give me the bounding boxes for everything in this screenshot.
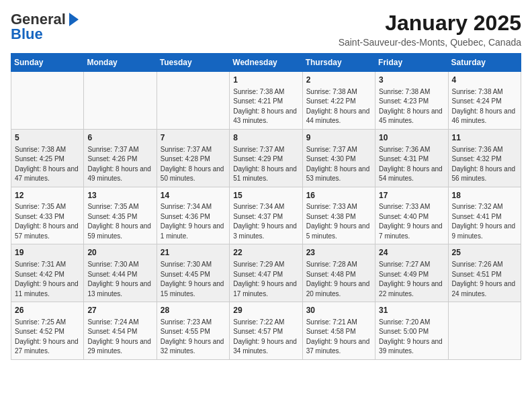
day-info: Sunrise: 7:29 AM Sunset: 4:47 PM Dayligh… — [233, 260, 298, 299]
title-area: January 2025 Saint-Sauveur-des-Monts, Qu… — [339, 11, 521, 48]
day-info: Sunrise: 7:33 AM Sunset: 4:40 PM Dayligh… — [379, 202, 444, 241]
day-of-week-header: Wednesday — [230, 54, 302, 72]
calendar-cell: 8Sunrise: 7:37 AM Sunset: 4:29 PM Daylig… — [230, 129, 302, 187]
day-number: 18 — [452, 190, 517, 201]
calendar-cell — [84, 72, 157, 130]
day-info: Sunrise: 7:22 AM Sunset: 4:57 PM Dayligh… — [233, 318, 298, 357]
day-info: Sunrise: 7:34 AM Sunset: 4:36 PM Dayligh… — [161, 202, 226, 241]
calendar-cell: 27Sunrise: 7:24 AM Sunset: 4:54 PM Dayli… — [84, 302, 157, 360]
day-info: Sunrise: 7:30 AM Sunset: 4:44 PM Dayligh… — [87, 260, 152, 299]
day-info: Sunrise: 7:36 AM Sunset: 4:31 PM Dayligh… — [379, 145, 444, 184]
calendar-cell: 23Sunrise: 7:28 AM Sunset: 4:48 PM Dayli… — [302, 244, 375, 302]
day-number: 4 — [452, 75, 517, 86]
day-number: 24 — [379, 247, 444, 259]
day-info: Sunrise: 7:38 AM Sunset: 4:24 PM Dayligh… — [452, 87, 517, 126]
day-info: Sunrise: 7:38 AM Sunset: 4:21 PM Dayligh… — [233, 87, 298, 126]
calendar-cell: 7Sunrise: 7:37 AM Sunset: 4:28 PM Daylig… — [157, 129, 229, 187]
calendar-cell — [157, 72, 229, 130]
day-info: Sunrise: 7:27 AM Sunset: 4:49 PM Dayligh… — [379, 260, 444, 299]
day-number: 29 — [233, 305, 298, 316]
day-info: Sunrise: 7:21 AM Sunset: 4:58 PM Dayligh… — [306, 318, 371, 357]
calendar-cell: 3Sunrise: 7:38 AM Sunset: 4:23 PM Daylig… — [375, 72, 448, 130]
day-number: 17 — [379, 190, 444, 201]
day-info: Sunrise: 7:32 AM Sunset: 4:41 PM Dayligh… — [452, 202, 517, 241]
day-number: 2 — [306, 75, 371, 86]
logo: General Blue — [11, 11, 81, 43]
day-info: Sunrise: 7:31 AM Sunset: 4:42 PM Dayligh… — [15, 260, 80, 299]
calendar-cell: 29Sunrise: 7:22 AM Sunset: 4:57 PM Dayli… — [230, 302, 302, 360]
calendar-cell: 12Sunrise: 7:35 AM Sunset: 4:33 PM Dayli… — [11, 187, 84, 244]
day-info: Sunrise: 7:33 AM Sunset: 4:38 PM Dayligh… — [306, 202, 371, 241]
day-number: 11 — [452, 132, 517, 144]
day-of-week-header: Thursday — [302, 54, 375, 72]
calendar-week-row: 1Sunrise: 7:38 AM Sunset: 4:21 PM Daylig… — [11, 72, 521, 130]
calendar-table: SundayMondayTuesdayWednesdayThursdayFrid… — [11, 53, 521, 360]
calendar-cell: 17Sunrise: 7:33 AM Sunset: 4:40 PM Dayli… — [375, 187, 448, 244]
day-number: 19 — [15, 247, 80, 259]
day-number: 6 — [87, 132, 152, 144]
day-number: 14 — [161, 190, 226, 201]
day-number: 8 — [233, 132, 298, 144]
page-header: General Blue January 2025 Saint-Sauveur-… — [11, 11, 521, 48]
day-info: Sunrise: 7:38 AM Sunset: 4:22 PM Dayligh… — [306, 87, 371, 126]
calendar-cell: 6Sunrise: 7:37 AM Sunset: 4:26 PM Daylig… — [84, 129, 157, 187]
calendar-cell — [448, 302, 521, 360]
day-info: Sunrise: 7:34 AM Sunset: 4:37 PM Dayligh… — [233, 202, 298, 241]
day-info: Sunrise: 7:37 AM Sunset: 4:26 PM Dayligh… — [87, 145, 152, 184]
calendar-cell: 4Sunrise: 7:38 AM Sunset: 4:24 PM Daylig… — [448, 72, 521, 130]
calendar-cell: 31Sunrise: 7:20 AM Sunset: 5:00 PM Dayli… — [375, 302, 448, 360]
calendar-cell: 1Sunrise: 7:38 AM Sunset: 4:21 PM Daylig… — [230, 72, 302, 130]
calendar-cell: 26Sunrise: 7:25 AM Sunset: 4:52 PM Dayli… — [11, 302, 84, 360]
day-number: 13 — [87, 190, 152, 201]
calendar-cell — [11, 72, 84, 130]
day-number: 31 — [379, 305, 444, 316]
calendar-cell: 5Sunrise: 7:38 AM Sunset: 4:25 PM Daylig… — [11, 129, 84, 187]
day-of-week-header: Sunday — [11, 54, 84, 72]
day-number: 25 — [452, 247, 517, 259]
calendar-cell: 11Sunrise: 7:36 AM Sunset: 4:32 PM Dayli… — [448, 129, 521, 187]
day-of-week-header: Tuesday — [157, 54, 229, 72]
day-info: Sunrise: 7:35 AM Sunset: 4:35 PM Dayligh… — [87, 202, 152, 241]
calendar-cell: 18Sunrise: 7:32 AM Sunset: 4:41 PM Dayli… — [448, 187, 521, 244]
day-number: 30 — [306, 305, 371, 316]
day-info: Sunrise: 7:24 AM Sunset: 4:54 PM Dayligh… — [87, 318, 152, 357]
calendar-header-row: SundayMondayTuesdayWednesdayThursdayFrid… — [11, 54, 521, 72]
day-info: Sunrise: 7:28 AM Sunset: 4:48 PM Dayligh… — [306, 260, 371, 299]
day-of-week-header: Monday — [84, 54, 157, 72]
calendar-cell: 24Sunrise: 7:27 AM Sunset: 4:49 PM Dayli… — [375, 244, 448, 302]
logo-triangle-icon — [69, 13, 79, 26]
day-number: 23 — [306, 247, 371, 259]
day-number: 26 — [15, 305, 80, 316]
day-number: 22 — [233, 247, 298, 259]
calendar-cell: 30Sunrise: 7:21 AM Sunset: 4:58 PM Dayli… — [302, 302, 375, 360]
month-title: January 2025 — [339, 11, 521, 36]
day-info: Sunrise: 7:37 AM Sunset: 4:30 PM Dayligh… — [306, 145, 371, 184]
calendar-cell: 9Sunrise: 7:37 AM Sunset: 4:30 PM Daylig… — [302, 129, 375, 187]
calendar-cell: 28Sunrise: 7:23 AM Sunset: 4:55 PM Dayli… — [157, 302, 229, 360]
calendar-cell: 20Sunrise: 7:30 AM Sunset: 4:44 PM Dayli… — [84, 244, 157, 302]
calendar-week-row: 5Sunrise: 7:38 AM Sunset: 4:25 PM Daylig… — [11, 129, 521, 187]
day-number: 5 — [15, 132, 80, 144]
day-info: Sunrise: 7:26 AM Sunset: 4:51 PM Dayligh… — [452, 260, 517, 299]
logo-blue-text: Blue — [11, 26, 43, 43]
day-number: 10 — [379, 132, 444, 144]
day-number: 28 — [161, 305, 226, 316]
calendar-cell: 25Sunrise: 7:26 AM Sunset: 4:51 PM Dayli… — [448, 244, 521, 302]
calendar-cell: 19Sunrise: 7:31 AM Sunset: 4:42 PM Dayli… — [11, 244, 84, 302]
calendar-cell: 14Sunrise: 7:34 AM Sunset: 4:36 PM Dayli… — [157, 187, 229, 244]
calendar-cell: 22Sunrise: 7:29 AM Sunset: 4:47 PM Dayli… — [230, 244, 302, 302]
day-number: 21 — [161, 247, 226, 259]
day-info: Sunrise: 7:35 AM Sunset: 4:33 PM Dayligh… — [15, 202, 80, 241]
day-of-week-header: Friday — [375, 54, 448, 72]
calendar-cell: 13Sunrise: 7:35 AM Sunset: 4:35 PM Dayli… — [84, 187, 157, 244]
day-number: 15 — [233, 190, 298, 201]
calendar-cell: 16Sunrise: 7:33 AM Sunset: 4:38 PM Dayli… — [302, 187, 375, 244]
day-info: Sunrise: 7:36 AM Sunset: 4:32 PM Dayligh… — [452, 145, 517, 184]
day-number: 1 — [233, 75, 298, 86]
calendar-cell: 15Sunrise: 7:34 AM Sunset: 4:37 PM Dayli… — [230, 187, 302, 244]
day-info: Sunrise: 7:20 AM Sunset: 5:00 PM Dayligh… — [379, 318, 444, 357]
day-info: Sunrise: 7:38 AM Sunset: 4:23 PM Dayligh… — [379, 87, 444, 126]
day-number: 20 — [87, 247, 152, 259]
calendar-cell: 21Sunrise: 7:30 AM Sunset: 4:45 PM Dayli… — [157, 244, 229, 302]
calendar-cell: 10Sunrise: 7:36 AM Sunset: 4:31 PM Dayli… — [375, 129, 448, 187]
